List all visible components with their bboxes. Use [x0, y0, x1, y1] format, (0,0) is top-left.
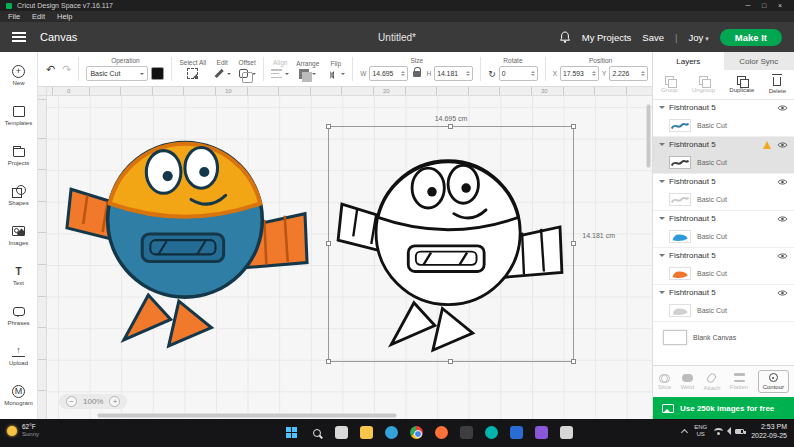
sidebar-item-new[interactable]: + New: [0, 55, 37, 95]
taskbar-icon-task-view[interactable]: [333, 424, 350, 441]
clock[interactable]: 2:53 PM2022-09-25: [751, 422, 787, 440]
taskbar-icon-app-10[interactable]: [508, 424, 525, 441]
sidebar-item-shapes[interactable]: Shapes: [0, 175, 37, 215]
visibility-eye-icon[interactable]: [777, 104, 788, 112]
sidebar-item-text[interactable]: T Text: [0, 255, 37, 295]
menu-edit[interactable]: Edit: [32, 12, 45, 21]
position-x-stepper[interactable]: [592, 69, 596, 78]
flatten-button[interactable]: Flatten: [730, 373, 748, 390]
layer-sublayer[interactable]: Basic Cut: [653, 226, 794, 247]
layer-sublayer[interactable]: Basic Cut: [653, 263, 794, 284]
canvas-area[interactable]: 0 10 20 30: [38, 87, 652, 419]
slice-button[interactable]: Slice: [658, 374, 671, 390]
taskbar-icon-chrome[interactable]: [408, 424, 425, 441]
width-input[interactable]: 14.695: [369, 66, 408, 81]
visibility-eye-icon[interactable]: [777, 141, 788, 149]
chevron-down-icon[interactable]: [659, 254, 665, 260]
taskbar-icon-app-12[interactable]: [558, 424, 575, 441]
weld-button[interactable]: Weld: [680, 374, 694, 390]
resize-handle[interactable]: [326, 124, 331, 129]
resize-handle[interactable]: [571, 241, 576, 246]
canvas-horizontal-scrollbar[interactable]: [49, 413, 642, 418]
duplicate-button[interactable]: Duplicate: [729, 76, 754, 93]
select-all-button[interactable]: Select All: [179, 59, 206, 79]
make-it-button[interactable]: Make It: [720, 29, 782, 46]
my-projects-link[interactable]: My Projects: [582, 32, 632, 43]
layer-sublayer[interactable]: Basic Cut: [653, 300, 794, 321]
hamburger-menu-icon[interactable]: [12, 32, 26, 42]
taskbar-icon-app-11[interactable]: [533, 424, 550, 441]
blank-canvas-row[interactable]: Blank Canvas: [653, 325, 794, 349]
edit-dropdown[interactable]: Edit: [213, 59, 231, 79]
taskbar-icon-firefox[interactable]: [433, 424, 450, 441]
visibility-eye-icon[interactable]: [777, 252, 788, 260]
canvas-vertical-scrollbar[interactable]: [646, 98, 651, 409]
layer-group[interactable]: Fishtronaut 5 Basic Cut: [653, 100, 794, 137]
resize-handle[interactable]: [326, 359, 331, 364]
document-title[interactable]: Untitled*: [378, 32, 416, 43]
ungroup-button[interactable]: Ungroup: [692, 76, 715, 93]
close-button[interactable]: ×: [772, 2, 788, 9]
layer-sublayer[interactable]: Basic Cut: [653, 115, 794, 136]
chevron-down-icon[interactable]: [659, 217, 665, 223]
zoom-in-button[interactable]: +: [109, 396, 120, 407]
visibility-eye-icon[interactable]: [777, 215, 788, 223]
sidebar-item-images[interactable]: Images: [0, 215, 37, 255]
notifications-bell-icon[interactable]: [559, 31, 571, 44]
tray-expand-icon[interactable]: [681, 428, 688, 435]
taskbar-icon-start[interactable]: [283, 424, 300, 441]
taskbar-icon-search[interactable]: [308, 424, 325, 441]
align-dropdown[interactable]: Align: [271, 59, 289, 79]
selection-bounding-box[interactable]: 14.695 cm 14.181 cm: [328, 126, 574, 362]
tab-layers[interactable]: Layers: [653, 52, 724, 70]
height-stepper[interactable]: [466, 69, 470, 78]
width-stepper[interactable]: [401, 69, 405, 78]
chevron-down-icon[interactable]: [659, 106, 665, 112]
layer-group[interactable]: Fishtronaut 5 Basic Cut: [653, 285, 794, 322]
user-menu[interactable]: Joy▾: [688, 32, 708, 43]
canvas-viewport[interactable]: 14.695 cm 14.181 cm − 100%: [47, 96, 652, 419]
save-link[interactable]: Save: [642, 32, 664, 43]
position-y-stepper[interactable]: [641, 69, 645, 78]
images-promo-banner[interactable]: Use 250k images for free: [653, 397, 794, 419]
zoom-out-button[interactable]: −: [66, 396, 77, 407]
attach-button[interactable]: Attach: [703, 373, 720, 391]
maximize-button[interactable]: □: [756, 2, 772, 9]
height-input[interactable]: 14.181: [434, 66, 473, 81]
canvas-object-fishtronaut-colored[interactable]: [58, 114, 316, 350]
rotate-stepper[interactable]: [531, 69, 535, 78]
layer-group[interactable]: Fishtronaut 5 Basic Cut: [653, 174, 794, 211]
sidebar-item-phrases[interactable]: Phrases: [0, 295, 37, 335]
delete-button[interactable]: Delete: [769, 75, 786, 94]
layer-sublayer[interactable]: Basic Cut: [653, 152, 794, 173]
taskbar-icon-app-9[interactable]: [483, 424, 500, 441]
resize-handle[interactable]: [326, 241, 331, 246]
minimize-button[interactable]: ─: [740, 2, 756, 9]
taskbar-icon-app-8[interactable]: [458, 424, 475, 441]
rotate-input[interactable]: 0: [499, 66, 538, 81]
sidebar-item-upload[interactable]: ↑ Upload: [0, 335, 37, 375]
redo-button[interactable]: ↷: [62, 63, 71, 76]
resize-handle[interactable]: [448, 359, 453, 364]
layer-group[interactable]: Fishtronaut 5 Basic Cut: [653, 211, 794, 248]
group-button[interactable]: Group: [661, 76, 678, 93]
operation-dropdown[interactable]: Basic Cut: [86, 66, 148, 81]
layer-group-selected[interactable]: Fishtronaut 5 Basic Cut: [653, 137, 794, 174]
aspect-lock-icon[interactable]: [413, 71, 421, 77]
contour-button[interactable]: Contour: [758, 370, 789, 393]
tray-status-icons[interactable]: [714, 427, 744, 435]
taskbar-icon-file-explorer[interactable]: [358, 424, 375, 441]
offset-button[interactable]: Offset: [238, 59, 256, 79]
fill-color-swatch[interactable]: [151, 67, 164, 80]
chevron-down-icon[interactable]: [659, 180, 665, 186]
chevron-down-icon[interactable]: [659, 291, 665, 297]
language-switcher[interactable]: ENGUS: [694, 424, 707, 438]
menu-help[interactable]: Help: [57, 12, 72, 21]
sidebar-item-monogram[interactable]: M Monogram: [0, 375, 37, 415]
sidebar-item-templates[interactable]: Templates: [0, 95, 37, 135]
menu-file[interactable]: File: [8, 12, 20, 21]
undo-button[interactable]: ↶: [46, 63, 55, 76]
layer-group[interactable]: Fishtronaut 5 Basic Cut: [653, 248, 794, 285]
layer-sublayer[interactable]: Basic Cut: [653, 189, 794, 210]
resize-handle[interactable]: [571, 124, 576, 129]
